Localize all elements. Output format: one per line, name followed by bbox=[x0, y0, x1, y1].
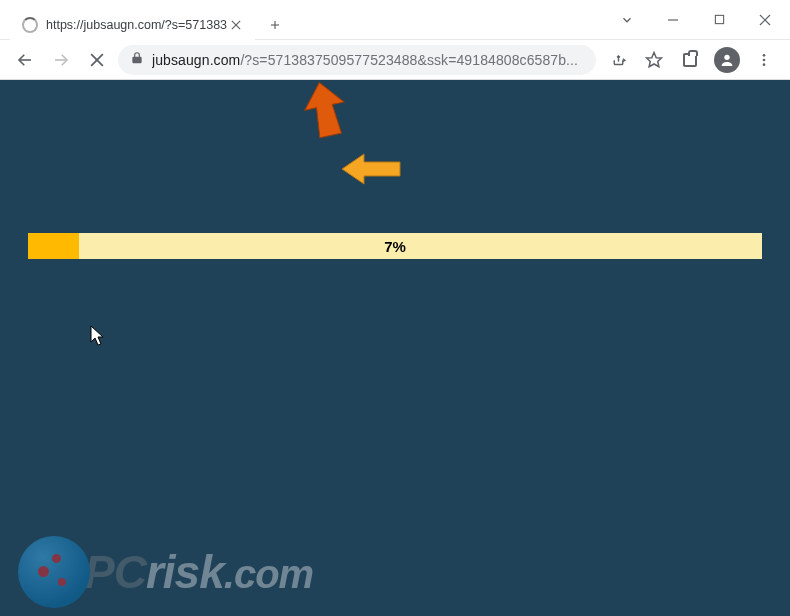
progress-bar: 7% bbox=[28, 233, 762, 259]
svg-point-16 bbox=[763, 58, 766, 61]
url-text: jubsaugn.com/?s=5713837509577523488&ssk=… bbox=[152, 52, 584, 68]
minimize-button[interactable] bbox=[650, 5, 696, 35]
browser-toolbar: jubsaugn.com/?s=5713837509577523488&ssk=… bbox=[0, 40, 790, 80]
close-button[interactable] bbox=[742, 5, 788, 35]
progress-fill bbox=[28, 233, 79, 259]
extensions-button[interactable] bbox=[674, 44, 706, 76]
profile-button[interactable] bbox=[714, 47, 740, 73]
new-tab-button[interactable] bbox=[261, 11, 289, 39]
stop-reload-button[interactable] bbox=[82, 45, 112, 75]
tab-strip: https://jubsaugn.com/?s=571383 bbox=[10, 8, 289, 42]
tab-list-chevron[interactable] bbox=[612, 5, 642, 35]
watermark-logo-icon bbox=[18, 536, 90, 608]
watermark: PCrisk.com bbox=[18, 536, 313, 608]
browser-tab[interactable]: https://jubsaugn.com/?s=571383 bbox=[10, 8, 255, 42]
svg-point-17 bbox=[763, 63, 766, 66]
svg-marker-13 bbox=[647, 52, 662, 66]
mouse-cursor-icon bbox=[90, 325, 106, 351]
tab-title: https://jubsaugn.com/?s=571383 bbox=[46, 18, 227, 32]
watermark-text: PCrisk.com bbox=[84, 545, 313, 599]
menu-button[interactable] bbox=[748, 44, 780, 76]
svg-rect-1 bbox=[715, 15, 723, 23]
loading-spinner-icon bbox=[22, 17, 38, 33]
lock-icon bbox=[130, 51, 144, 69]
close-tab-button[interactable] bbox=[227, 16, 245, 34]
address-bar[interactable]: jubsaugn.com/?s=5713837509577523488&ssk=… bbox=[118, 45, 596, 75]
share-button[interactable] bbox=[602, 44, 634, 76]
puzzle-icon bbox=[683, 53, 697, 67]
bookmark-button[interactable] bbox=[638, 44, 670, 76]
forward-button[interactable] bbox=[46, 45, 76, 75]
maximize-button[interactable] bbox=[696, 5, 742, 35]
url-domain: jubsaugn.com bbox=[152, 52, 240, 68]
progress-label: 7% bbox=[384, 238, 406, 255]
pointer-arrow-up-icon bbox=[300, 80, 350, 142]
back-button[interactable] bbox=[10, 45, 40, 75]
svg-point-15 bbox=[763, 54, 766, 57]
pointer-arrow-left-icon bbox=[340, 152, 402, 190]
progress-bar-container: 7% bbox=[28, 233, 762, 259]
svg-point-14 bbox=[724, 54, 729, 59]
url-path: /?s=5713837509577523488&ssk=49184808c658… bbox=[240, 52, 578, 68]
